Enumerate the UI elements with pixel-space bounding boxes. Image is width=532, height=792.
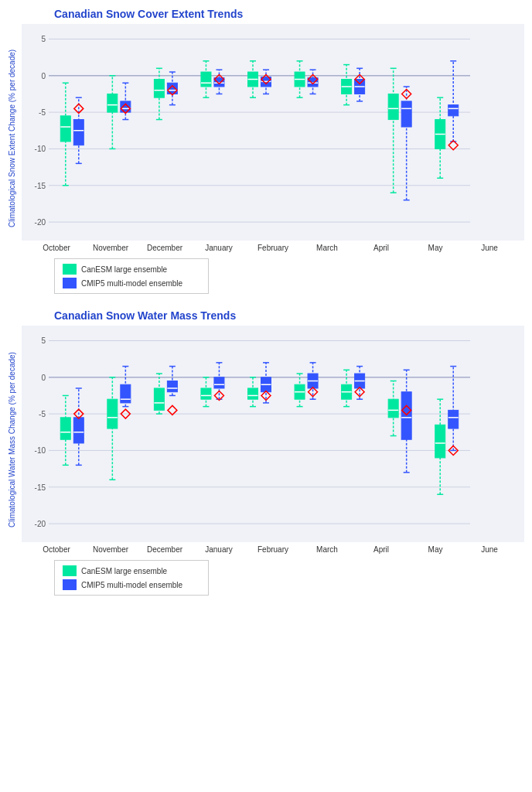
x-label-may: May <box>408 545 462 554</box>
svg-rect-132 <box>167 381 177 392</box>
x-label-january: January <box>192 244 246 252</box>
x-label-november: November <box>84 545 138 554</box>
chart1-plot: 50-5-10-15-20 <box>22 24 524 241</box>
chart-svg: 50-5-10-15-20 <box>22 326 478 542</box>
obs-diamond <box>168 405 177 415</box>
y-tick--5: -5 <box>39 108 46 117</box>
chart2-legend-label1: CanESM large ensemble <box>81 567 167 575</box>
chart1-legend-color1 <box>63 264 77 275</box>
svg-rect-107 <box>60 418 70 439</box>
chart1-title: Canadian Snow Cover Extent Trends <box>54 8 524 20</box>
x-label-october: October <box>29 244 84 252</box>
y-tick--20: -20 <box>35 520 46 528</box>
chart1-legend-item2: CMIP5 multi-model ensemble <box>63 278 200 288</box>
x-label-january: January <box>192 545 246 554</box>
svg-rect-30 <box>154 80 164 98</box>
chart1-legend: CanESM large ensemble CMIP5 multi-model … <box>54 258 209 294</box>
x-label-december: December <box>138 545 192 554</box>
y-tick--20: -20 <box>35 218 46 227</box>
chart2-legend-item1: CanESM large ensemble <box>63 565 200 576</box>
svg-rect-10 <box>60 116 70 142</box>
chart1-legend-label2: CMIP5 multi-model ensemble <box>81 279 182 288</box>
y-tick-5: 5 <box>41 35 46 43</box>
x-label-march: March <box>300 545 354 554</box>
svg-rect-40 <box>201 72 211 87</box>
chart1-x-axis: OctoberNovemberDecemberJanuaryFebruaryMa… <box>22 244 524 252</box>
y-tick--5: -5 <box>39 410 46 418</box>
x-label-february: February <box>246 244 300 252</box>
chart2-plot: 50-5-10-15-20 <box>22 326 524 542</box>
x-label-march: March <box>300 244 354 252</box>
chart1-y-axis-label: Climatological Snow Extent Change (% per… <box>8 24 22 252</box>
svg-rect-147 <box>248 388 258 399</box>
x-label-november: November <box>84 244 138 252</box>
y-tick--15: -15 <box>35 182 46 190</box>
chart2-container: Canadian Snow Water Mass Trends Climatol… <box>8 309 524 596</box>
chart-svg: 50-5-10-15-20 <box>22 24 478 241</box>
svg-rect-80 <box>388 94 398 119</box>
page-wrapper: Canadian Snow Cover Extent Trends Climat… <box>8 8 524 596</box>
svg-rect-45 <box>214 78 224 87</box>
x-label-december: December <box>138 244 192 252</box>
svg-rect-95 <box>448 105 459 116</box>
y-tick--15: -15 <box>35 483 46 492</box>
chart1-inner: 50-5-10-15-20 OctoberNovemberDecemberJan… <box>22 24 524 252</box>
svg-rect-117 <box>107 399 118 428</box>
svg-rect-182 <box>401 392 411 440</box>
svg-rect-65 <box>308 78 318 87</box>
chart2-y-axis-label: Climatological Water Mass Change (% per … <box>8 326 22 554</box>
y-tick-0: 0 <box>41 72 46 80</box>
chart2-legend-label2: CMIP5 multi-model ensemble <box>81 581 182 589</box>
x-label-june: June <box>462 244 517 252</box>
chart2-legend-item2: CMIP5 multi-model ensemble <box>63 579 200 590</box>
svg-rect-192 <box>448 410 459 428</box>
chart1-container: Canadian Snow Cover Extent Trends Climat… <box>8 8 524 294</box>
chart2-inner: 50-5-10-15-20 OctoberNovemberDecemberJan… <box>22 326 524 554</box>
x-label-june: June <box>462 545 517 554</box>
chart2-legend: CanESM large ensemble CMIP5 multi-model … <box>54 560 209 596</box>
y-tick-5: 5 <box>41 336 46 345</box>
svg-rect-137 <box>201 388 211 399</box>
chart1-legend-label1: CanESM large ensemble <box>81 265 167 274</box>
chart1-legend-color2 <box>63 278 77 288</box>
x-label-may: May <box>408 244 462 252</box>
x-label-april: April <box>354 244 408 252</box>
chart1-legend-item1: CanESM large ensemble <box>63 264 200 275</box>
svg-rect-85 <box>401 101 411 127</box>
chart2-x-axis: OctoberNovemberDecemberJanuaryFebruaryMa… <box>22 545 524 554</box>
x-label-february: February <box>246 545 300 554</box>
x-label-october: October <box>29 545 84 554</box>
svg-rect-15 <box>73 120 84 145</box>
x-label-april: April <box>354 545 408 554</box>
chart2-legend-color2 <box>63 579 77 590</box>
svg-rect-122 <box>121 384 131 403</box>
svg-rect-20 <box>107 94 118 112</box>
y-tick-0: 0 <box>41 374 46 382</box>
y-tick--10: -10 <box>35 446 46 455</box>
svg-rect-112 <box>73 418 84 443</box>
y-tick--10: -10 <box>35 145 46 153</box>
chart2-legend-color1 <box>63 565 77 576</box>
chart2-title: Canadian Snow Water Mass Trends <box>54 309 524 322</box>
svg-rect-142 <box>214 377 224 388</box>
svg-rect-187 <box>435 425 445 458</box>
svg-rect-127 <box>154 388 164 410</box>
svg-rect-177 <box>388 399 398 418</box>
